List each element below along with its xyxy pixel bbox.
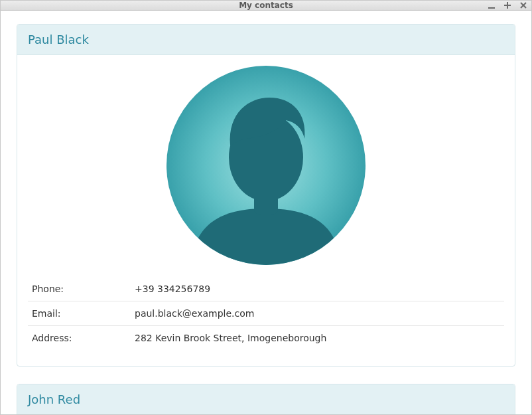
window-title: My contacts: [1, 1, 531, 10]
contact-card: Paul Black: [17, 24, 515, 367]
contact-card: John Red: [17, 384, 515, 414]
avatar-placeholder-icon: [166, 66, 366, 265]
detail-label: Address:: [28, 325, 131, 350]
app-window: My contacts Paul Black: [0, 0, 532, 415]
detail-value-phone: +39 334256789: [131, 277, 504, 301]
detail-value-email: paul.black@example.com: [131, 301, 504, 325]
detail-label: Phone:: [28, 277, 131, 301]
minimize-button[interactable]: [486, 0, 497, 11]
contact-name: John Red: [17, 384, 515, 414]
close-icon: [519, 1, 527, 9]
detail-row-phone: Phone: +39 334256789: [28, 277, 504, 301]
contact-details: Phone: +39 334256789 Email: paul.black@e…: [28, 277, 504, 350]
contact-name: Paul Black: [17, 25, 515, 55]
detail-row-address: Address: 282 Kevin Brook Street, Imogene…: [28, 325, 504, 350]
detail-row-email: Email: paul.black@example.com: [28, 301, 504, 325]
close-button[interactable]: [518, 0, 529, 11]
contacts-scroll[interactable]: Paul Black: [1, 11, 531, 414]
minimize-icon: [488, 1, 496, 9]
svg-rect-2: [504, 5, 511, 6]
detail-value-address: 282 Kevin Brook Street, Imogeneborough: [131, 325, 504, 350]
avatar-wrap: [28, 60, 504, 277]
detail-label: Email:: [28, 301, 131, 325]
maximize-icon: [503, 1, 511, 9]
client-area: Paul Black: [1, 11, 531, 414]
window-controls: [486, 1, 529, 10]
maximize-button[interactable]: [502, 0, 513, 11]
contact-body: Phone: +39 334256789 Email: paul.black@e…: [17, 55, 515, 366]
window-titlebar[interactable]: My contacts: [1, 1, 531, 11]
svg-rect-0: [488, 7, 495, 9]
